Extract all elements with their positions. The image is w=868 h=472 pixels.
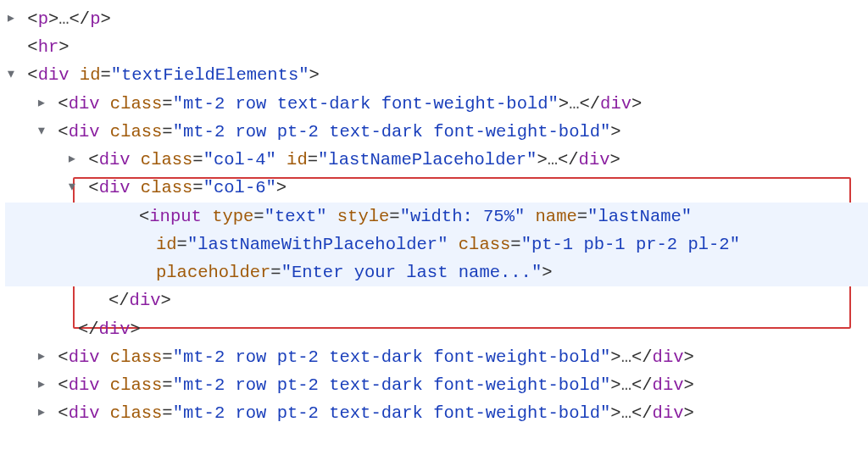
- collapse-toggle[interactable]: ▾: [5, 60, 17, 88]
- dom-node-col6[interactable]: ▾ <div class="col-6">: [5, 174, 868, 202]
- expand-toggle[interactable]: ▸: [36, 342, 47, 370]
- dom-node-row3[interactable]: ▸ <div class="mt-2 row pt-2 text-dark fo…: [5, 343, 868, 371]
- dom-node-row1[interactable]: ▸ <div class="mt-2 row text-dark font-we…: [5, 90, 868, 118]
- dom-node-hr[interactable]: • <hr>: [5, 33, 868, 61]
- expand-toggle[interactable]: ▸: [5, 4, 17, 32]
- dom-tree[interactable]: ▸ <p>…</p> • <hr> ▾ <div id="textFieldEl…: [0, 0, 868, 427]
- expand-toggle[interactable]: ▸: [36, 398, 47, 426]
- dom-node-row4[interactable]: ▸ <div class="mt-2 row pt-2 text-dark fo…: [5, 371, 868, 399]
- dom-node-row2[interactable]: ▾ <div class="mt-2 row pt-2 text-dark fo…: [5, 118, 868, 146]
- collapse-toggle[interactable]: ▾: [36, 117, 47, 145]
- dom-node-col4[interactable]: ▸ <div class="col-4" id="lastNamePlaceho…: [5, 146, 868, 174]
- dom-close-row2[interactable]: •</div>: [5, 315, 868, 343]
- expand-toggle[interactable]: ▸: [36, 370, 47, 398]
- dom-node-input-cont2[interactable]: placeholder="Enter your last name...">: [5, 258, 868, 286]
- expand-toggle[interactable]: ▸: [36, 89, 47, 117]
- expand-toggle[interactable]: ▸: [66, 145, 78, 173]
- dom-node-textfieldelements[interactable]: ▾ <div id="textFieldElements">: [5, 61, 868, 89]
- dom-node-input[interactable]: •<input type="text" style="width: 75%" n…: [5, 203, 868, 230]
- dom-node-row5[interactable]: ▸ <div class="mt-2 row pt-2 text-dark fo…: [5, 399, 868, 427]
- collapse-toggle[interactable]: ▾: [66, 173, 78, 201]
- dom-node-input-cont1[interactable]: id="lastNameWithPlaceholder" class="pt-1…: [5, 230, 868, 258]
- dom-node-p[interactable]: ▸ <p>…</p>: [5, 5, 868, 33]
- dom-close-col6[interactable]: •</div>: [5, 286, 868, 314]
